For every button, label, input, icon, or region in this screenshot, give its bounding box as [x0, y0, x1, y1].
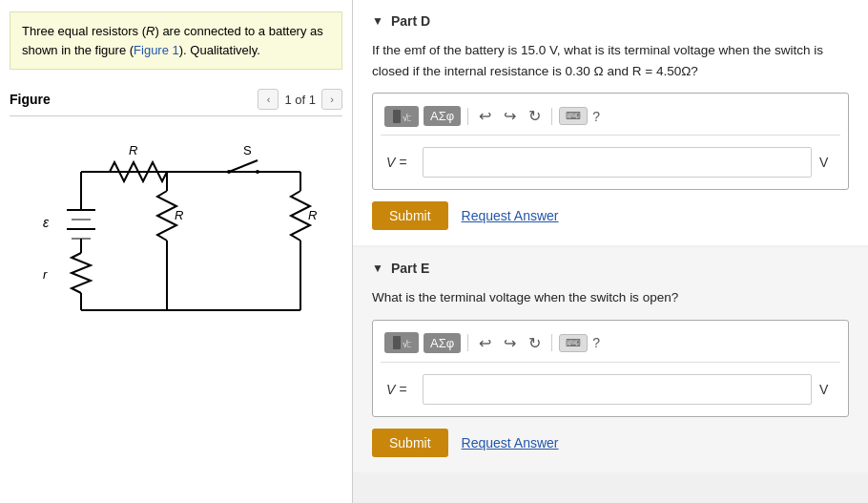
- keyboard-button[interactable]: ⌨: [559, 107, 588, 125]
- part-e-reset-button[interactable]: ↻: [525, 332, 545, 354]
- part-d-input-label: V =: [386, 155, 415, 170]
- part-e-input-row: V = V: [381, 370, 840, 409]
- part-e-input-label: V =: [386, 382, 415, 397]
- part-e-formula-icon-1[interactable]: √□: [384, 332, 419, 353]
- svg-text:√□: √□: [403, 113, 411, 123]
- part-e-unit: V: [819, 382, 835, 397]
- description-text: Three equal resistors (R) are connected …: [22, 24, 323, 57]
- part-e-keyboard-button[interactable]: ⌨: [559, 334, 588, 352]
- problem-description: Three equal resistors (R) are connected …: [10, 11, 342, 70]
- figure-section: Figure ‹ 1 of 1 › ε r: [0, 81, 352, 342]
- svg-text:S: S: [243, 143, 252, 157]
- part-d-section: ▼ Part D If the emf of the battery is 15…: [353, 0, 868, 245]
- part-d-answer-box: √□ ΑΣφ ↩ ↪ ↻ ⌨ ? V = V: [372, 93, 849, 190]
- part-e-section: ▼ Part E What is the terminal voltage wh…: [353, 247, 868, 472]
- svg-point-18: [256, 170, 259, 174]
- circuit-diagram: ε r R S: [24, 124, 329, 334]
- svg-point-17: [227, 170, 231, 174]
- part-d-header: ▼ Part D: [372, 13, 849, 29]
- part-e-redo-button[interactable]: ↪: [500, 332, 520, 354]
- part-e-collapse-arrow[interactable]: ▼: [372, 262, 383, 275]
- part-e-undo-button[interactable]: ↩: [475, 332, 495, 354]
- part-d-answer-input[interactable]: [423, 147, 812, 178]
- part-d-collapse-arrow[interactable]: ▼: [372, 14, 383, 28]
- part-d-action-row: Submit Request Answer: [372, 201, 849, 230]
- figure-label: Figure: [10, 92, 51, 107]
- part-d-request-answer-button[interactable]: Request Answer: [462, 208, 559, 223]
- part-e-submit-button[interactable]: Submit: [372, 429, 448, 457]
- formula-icon-1[interactable]: √□: [384, 106, 419, 127]
- svg-text:√□: √□: [403, 339, 411, 349]
- figure-link[interactable]: Figure 1: [134, 43, 179, 57]
- formula-button[interactable]: ΑΣφ: [424, 106, 461, 126]
- svg-rect-26: [393, 110, 401, 123]
- part-e-header: ▼ Part E: [372, 261, 849, 276]
- part-d-input-row: V = V: [381, 143, 840, 181]
- svg-text:R: R: [308, 208, 317, 222]
- part-e-question: What is the terminal voltage when the sw…: [372, 287, 849, 308]
- part-e-action-row: Submit Request Answer: [372, 429, 849, 457]
- reset-button[interactable]: ↻: [525, 105, 545, 127]
- help-button[interactable]: ?: [592, 109, 600, 124]
- figure-label-row: Figure ‹ 1 of 1 ›: [10, 89, 342, 116]
- svg-line-15: [229, 160, 258, 172]
- svg-text:R: R: [175, 208, 183, 222]
- page-indicator: 1 of 1: [284, 93, 316, 107]
- undo-button[interactable]: ↩: [475, 105, 495, 127]
- svg-text:r: r: [43, 267, 48, 282]
- prev-figure-button[interactable]: ‹: [258, 89, 279, 110]
- part-e-request-answer-button[interactable]: Request Answer: [462, 435, 559, 451]
- part-e-toolbar-separator-1: [467, 334, 468, 351]
- part-e-answer-input[interactable]: [423, 374, 812, 405]
- svg-text:ε: ε: [43, 215, 50, 230]
- part-d-submit-button[interactable]: Submit: [372, 201, 448, 230]
- part-e-label: Part E: [391, 261, 429, 276]
- part-e-answer-box: √□ ΑΣφ ↩ ↪ ↻ ⌨ ? V = V: [372, 320, 849, 417]
- part-d-toolbar: √□ ΑΣφ ↩ ↪ ↻ ⌨ ?: [381, 101, 840, 136]
- part-d-label: Part D: [391, 13, 430, 29]
- part-d-unit: V: [819, 155, 835, 170]
- part-d-question: If the emf of the battery is 15.0 V, wha…: [372, 40, 849, 81]
- right-panel: ▼ Part D If the emf of the battery is 15…: [353, 0, 868, 503]
- next-figure-button[interactable]: ›: [321, 89, 342, 110]
- part-e-toolbar: √□ ΑΣφ ↩ ↪ ↻ ⌨ ?: [381, 328, 840, 363]
- toolbar-separator-2: [551, 108, 552, 125]
- left-panel: Three equal resistors (R) are connected …: [0, 0, 353, 503]
- part-e-formula-button[interactable]: ΑΣφ: [424, 333, 461, 353]
- svg-rect-28: [393, 336, 401, 349]
- part-e-toolbar-separator-2: [551, 334, 552, 351]
- part-e-help-button[interactable]: ?: [592, 335, 600, 350]
- toolbar-separator-1: [467, 108, 468, 125]
- redo-button[interactable]: ↪: [500, 105, 520, 127]
- figure-nav: ‹ 1 of 1 ›: [258, 89, 342, 110]
- svg-text:R: R: [129, 143, 137, 157]
